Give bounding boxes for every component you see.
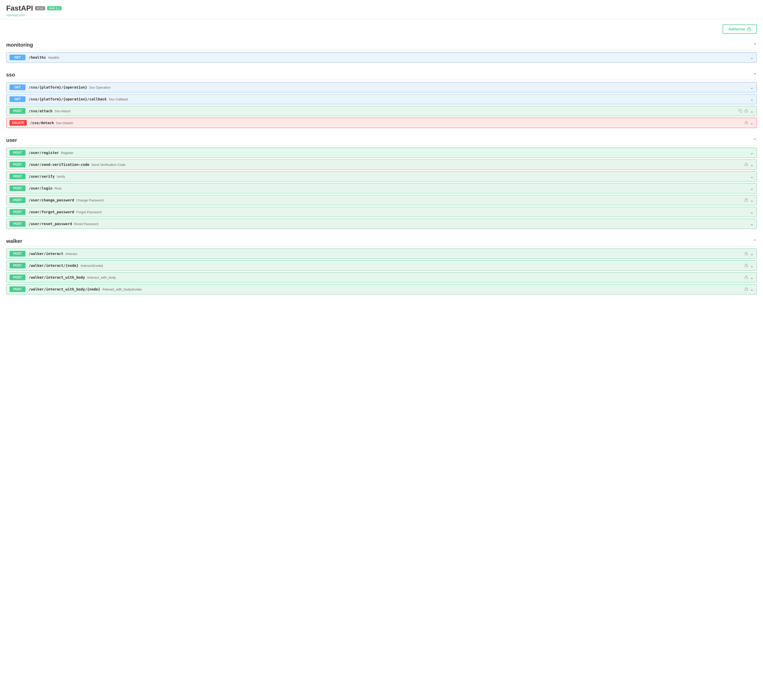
endpoint-actions-user-3: ⌄ bbox=[750, 186, 754, 191]
endpoint-expand-icon-user-4[interactable]: ⌄ bbox=[750, 198, 754, 203]
endpoint-row-sso-0[interactable]: GET/sso/{platform}/{operation}Sso Operat… bbox=[6, 82, 757, 92]
endpoint-row-sso-3[interactable]: DELETE/sso/detachSso Detach⌄ bbox=[6, 118, 757, 128]
endpoint-desc-user-1: Send Verification Code bbox=[91, 163, 744, 167]
endpoint-expand-icon-sso-2[interactable]: ⌄ bbox=[750, 109, 754, 114]
method-badge-walker-1: POST bbox=[9, 263, 25, 268]
endpoint-expand-icon-walker-2[interactable]: ⌄ bbox=[750, 275, 754, 280]
endpoint-row-walker-0[interactable]: POST/walker/interact/interact⌄ bbox=[6, 248, 757, 259]
endpoint-row-sso-1[interactable]: GET/sso/{platform}/{operation}/callbackS… bbox=[6, 94, 757, 104]
endpoint-expand-icon-sso-3[interactable]: ⌄ bbox=[750, 120, 754, 125]
svg-rect-2 bbox=[745, 111, 748, 112]
section-collapse-icon-walker[interactable]: ⌃ bbox=[753, 239, 757, 244]
lock-icon-user-1 bbox=[744, 162, 748, 167]
lock-icon-walker-0 bbox=[744, 252, 748, 256]
endpoint-actions-sso-1: ⌄ bbox=[750, 97, 754, 102]
endpoint-desc-sso-3: Sso Detach bbox=[56, 121, 744, 125]
authorize-area: Authorize bbox=[0, 19, 763, 39]
endpoint-expand-icon-monitoring-0[interactable]: ⌄ bbox=[750, 55, 754, 60]
endpoint-desc-user-2: Verify bbox=[57, 175, 750, 178]
endpoint-actions-user-1: ⌄ bbox=[744, 162, 754, 167]
endpoint-desc-user-3: Root bbox=[55, 186, 750, 190]
lock-icon-walker-1 bbox=[744, 264, 748, 268]
app-title: FastAPI bbox=[6, 4, 33, 12]
endpoint-actions-sso-0: ⌄ bbox=[750, 85, 754, 90]
endpoint-path-sso-1: /sso/{platform}/{operation}/callback bbox=[28, 97, 106, 101]
endpoint-actions-walker-2: ⌄ bbox=[744, 275, 754, 280]
endpoint-row-walker-1[interactable]: POST/walker/interact/{node}/interact/{no… bbox=[6, 260, 757, 271]
method-badge-sso-2: POST bbox=[9, 108, 25, 114]
endpoint-expand-icon-user-1[interactable]: ⌄ bbox=[750, 162, 754, 167]
version-badge: 0.1.0 bbox=[35, 6, 45, 10]
method-badge-user-1: POST bbox=[9, 162, 25, 167]
endpoint-actions-sso-3: ⌄ bbox=[744, 120, 754, 125]
openapi-link[interactable]: /openapi.json bbox=[6, 13, 757, 17]
section-title-monitoring: monitoring bbox=[6, 42, 33, 48]
method-badge-walker-3: POST bbox=[9, 286, 25, 292]
method-badge-sso-3: DELETE bbox=[9, 120, 27, 126]
endpoint-desc-walker-2: /interact_with_body bbox=[87, 276, 744, 280]
endpoint-path-monitoring-0: /healthz bbox=[28, 55, 46, 59]
endpoint-desc-walker-0: /interact bbox=[66, 252, 744, 256]
endpoint-row-user-3[interactable]: POST/user/loginRoot⌄ bbox=[6, 183, 757, 194]
endpoint-expand-icon-walker-0[interactable]: ⌄ bbox=[750, 252, 754, 256]
svg-rect-0 bbox=[747, 29, 751, 31]
endpoint-desc-sso-1: Sso Callback bbox=[109, 97, 750, 101]
section-header-walker[interactable]: walker⌃ bbox=[6, 235, 757, 247]
method-badge-user-5: POST bbox=[9, 209, 25, 215]
endpoint-row-user-2[interactable]: POST/user/verifyVerify⌄ bbox=[6, 171, 757, 181]
section-monitoring: monitoring⌃GET/healthzHealthz⌄ bbox=[6, 39, 757, 62]
section-header-monitoring[interactable]: monitoring⌃ bbox=[6, 39, 757, 50]
endpoint-expand-icon-user-3[interactable]: ⌄ bbox=[750, 186, 754, 191]
endpoint-expand-icon-sso-1[interactable]: ⌄ bbox=[750, 97, 754, 102]
section-collapse-icon-sso[interactable]: ⌃ bbox=[753, 72, 757, 78]
endpoint-row-user-1[interactable]: POST/user/send-verification-codeSend Ver… bbox=[6, 159, 757, 170]
method-badge-walker-2: POST bbox=[9, 275, 25, 280]
endpoint-actions-user-5: ⌄ bbox=[750, 209, 754, 214]
section-header-user[interactable]: user⌃ bbox=[6, 134, 757, 145]
endpoint-path-user-5: /user/forgot_password bbox=[28, 210, 74, 214]
svg-rect-4 bbox=[745, 164, 748, 166]
lock-icon-sso-3 bbox=[744, 121, 748, 125]
endpoint-row-sso-2[interactable]: POST/sso/attachSso Attach⌄ bbox=[6, 106, 757, 116]
endpoint-path-walker-0: /walker/interact bbox=[28, 252, 63, 256]
endpoint-expand-icon-user-5[interactable]: ⌄ bbox=[750, 209, 754, 214]
method-badge-user-4: POST bbox=[9, 197, 25, 203]
endpoint-expand-icon-sso-0[interactable]: ⌄ bbox=[750, 85, 754, 90]
endpoint-expand-icon-user-0[interactable]: ⌄ bbox=[750, 150, 754, 155]
endpoint-desc-sso-2: Sso Attach bbox=[55, 109, 738, 113]
endpoint-actions-user-6: ⌄ bbox=[750, 222, 754, 227]
endpoint-row-user-0[interactable]: POST/user/registerRegister⌄ bbox=[6, 148, 757, 158]
endpoint-row-walker-3[interactable]: POST/walker/interact_with_body/{node}/in… bbox=[6, 284, 757, 294]
endpoint-path-walker-1: /walker/interact/{node} bbox=[28, 264, 78, 267]
endpoint-desc-monitoring-0: Healthz bbox=[48, 56, 750, 59]
page-header: FastAPI 0.1.0 OAS 3.1 /openapi.json bbox=[0, 0, 763, 19]
endpoint-desc-walker-3: /interact_with_body/{node} bbox=[102, 288, 744, 291]
endpoint-path-user-2: /user/verify bbox=[28, 174, 55, 178]
endpoint-expand-icon-walker-1[interactable]: ⌄ bbox=[750, 263, 754, 268]
endpoint-row-user-5[interactable]: POST/user/forgot_passwordForgot Password… bbox=[6, 207, 757, 217]
section-collapse-icon-monitoring[interactable]: ⌃ bbox=[753, 42, 757, 48]
section-header-sso[interactable]: sso⌃ bbox=[6, 69, 757, 80]
endpoint-actions-user-0: ⌄ bbox=[750, 150, 754, 155]
svg-rect-6 bbox=[745, 253, 748, 255]
method-badge-sso-1: GET bbox=[9, 96, 25, 102]
endpoint-row-user-6[interactable]: POST/user/reset_passwordReset Password⌄ bbox=[6, 219, 757, 229]
endpoint-expand-icon-user-2[interactable]: ⌄ bbox=[750, 174, 754, 179]
endpoint-row-user-4[interactable]: POST/user/change_passwordChange Password… bbox=[6, 195, 757, 205]
method-badge-user-6: POST bbox=[9, 221, 25, 227]
lock-icon-walker-3 bbox=[744, 287, 748, 292]
endpoint-row-walker-2[interactable]: POST/walker/interact_with_body/interact_… bbox=[6, 272, 757, 283]
main-content: monitoring⌃GET/healthzHealthz⌄sso⌃GET/ss… bbox=[0, 39, 763, 307]
endpoint-expand-icon-walker-3[interactable]: ⌄ bbox=[750, 287, 754, 292]
svg-rect-8 bbox=[745, 277, 748, 278]
endpoint-expand-icon-user-6[interactable]: ⌄ bbox=[750, 222, 754, 227]
section-collapse-icon-user[interactable]: ⌃ bbox=[753, 138, 757, 143]
endpoint-row-monitoring-0[interactable]: GET/healthzHealthz⌄ bbox=[6, 52, 757, 62]
endpoint-path-sso-2: /sso/attach bbox=[28, 109, 53, 113]
endpoint-desc-user-0: Register bbox=[61, 151, 750, 155]
endpoint-actions-walker-0: ⌄ bbox=[744, 252, 754, 256]
endpoint-path-user-3: /user/login bbox=[28, 186, 53, 190]
authorize-button[interactable]: Authorize bbox=[722, 25, 757, 34]
copy-icon-sso-2[interactable] bbox=[738, 109, 743, 114]
endpoint-actions-sso-2: ⌄ bbox=[738, 109, 754, 114]
